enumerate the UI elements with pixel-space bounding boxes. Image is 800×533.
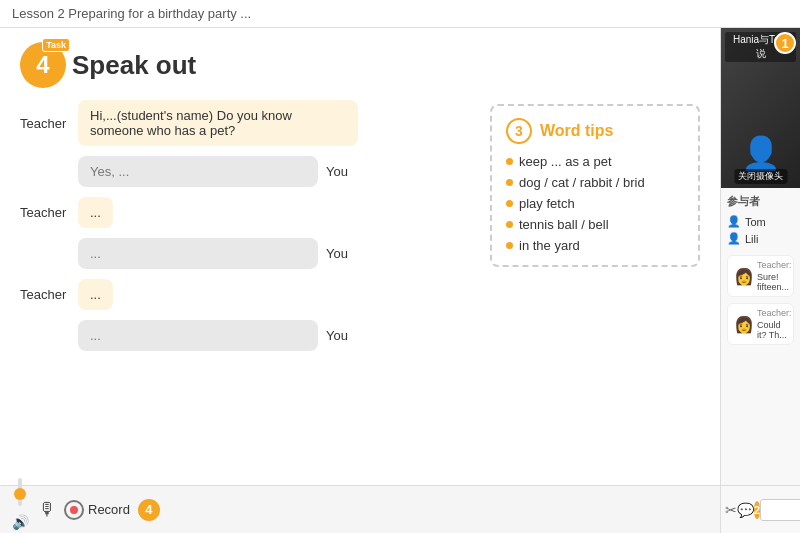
task-number: 4 Task [20,42,66,88]
speaker-teacher-2: Teacher [20,205,70,220]
dialogue-area: Teacher Hi,...(student's name) Do you kn… [0,96,720,485]
participant-name-lili: Lili [745,233,758,245]
teacher-avatar-1: 👩 [734,267,754,286]
you-label-1: You [326,164,348,179]
sidebar-bottom-bar: ✂ 💬 2 [721,485,800,533]
chat-section: 👩 Teacher: Sure! fifteen... 👩 Teacher: C… [721,251,800,485]
dot-icon [506,242,513,249]
video-number-badge: 1 [774,32,796,54]
dialogue-column: Teacher Hi,...(student's name) Do you kn… [20,100,474,481]
chat-input[interactable] [760,499,800,521]
you-bubble-3: ... [78,320,318,351]
chat-sender-1: Teacher: [757,260,792,270]
task-title: Speak out [72,50,196,81]
teacher-bubble-2: ... [78,197,113,228]
video-panel: 👤 Hania与Tom说 1 关闭摄像头 [721,28,800,188]
video-person: 👤 [741,134,781,172]
sidebar: 👤 Hania与Tom说 1 关闭摄像头 参与者 👤 Tom 👤 Lili [720,28,800,533]
task-header: 4 Task Speak out [0,28,720,96]
participant-icon: 👤 [727,215,741,228]
word-tips-header: 3 Word tips [506,118,684,144]
participants-section: 参与者 👤 Tom 👤 Lili [721,188,800,251]
volume-icon[interactable]: 🔊 [12,514,29,530]
word-tip-item: in the yard [506,238,684,253]
word-tip-item: play fetch [506,196,684,211]
dot-icon [506,200,513,207]
bottom-bar: 🔊 🎙 Record 4 [0,485,720,533]
word-tips-badge: 3 [506,118,532,144]
record-circle-icon [64,500,84,520]
microphone-icon[interactable]: 🎙 [38,499,56,520]
word-tips-box: 3 Word tips keep ... as a pet dog / cat … [490,104,700,267]
word-tips-title: Word tips [540,122,613,140]
you-row-3: ... You [20,320,474,351]
you-label-2: You [326,246,348,261]
chat-text-2: Could it? Th... [757,320,792,340]
record-button[interactable]: Record [64,500,130,520]
bottom-badge: 4 [138,499,160,521]
you-row-2: ... You [20,238,474,269]
dot-icon [506,158,513,165]
teacher-avatar-2: 👩 [734,315,754,334]
close-camera-button[interactable]: 关闭摄像头 [734,169,787,184]
participants-title: 参与者 [727,194,794,209]
word-tip-item: tennis ball / bell [506,217,684,232]
participant-item: 👤 Tom [727,213,794,230]
you-bubble-1: Yes, ... [78,156,318,187]
chat-text-1: Sure! fifteen... [757,272,792,292]
chat-icon[interactable]: 💬 [737,502,754,518]
you-bubble-2: ... [78,238,318,269]
record-dot-icon [70,506,78,514]
chat-sender-2: Teacher: [757,308,792,318]
volume-track [18,478,22,506]
you-label-3: You [326,328,348,343]
scissors-icon[interactable]: ✂ [725,502,737,518]
content-panel: 4 Task Speak out Teacher Hi,...(student'… [0,28,720,533]
participant-icon: 👤 [727,232,741,245]
teacher-bubble-3: ... [78,279,113,310]
participant-name-tom: Tom [745,216,766,228]
speaker-teacher-3: Teacher [20,287,70,302]
volume-control: 🔊 [10,486,30,534]
task-badge: Task [42,38,70,52]
dot-icon [506,179,513,186]
volume-thumb[interactable] [14,488,26,500]
word-tip-item: dog / cat / rabbit / brid [506,175,684,190]
main-area: 4 Task Speak out Teacher Hi,...(student'… [0,28,800,533]
lesson-title: Lesson 2 Preparing for a birthday party … [12,6,251,21]
word-tips-list: keep ... as a pet dog / cat / rabbit / b… [506,154,684,253]
teacher-row-2: Teacher ... [20,197,474,228]
participant-item: 👤 Lili [727,230,794,247]
title-bar: Lesson 2 Preparing for a birthday party … [0,0,800,28]
teacher-bubble-1: Hi,...(student's name) Do you know someo… [78,100,358,146]
dot-icon [506,221,513,228]
speaker-teacher-1: Teacher [20,116,70,131]
chat-bubble-1: 👩 Teacher: Sure! fifteen... [727,255,794,297]
you-row-1: Yes, ... You [20,156,474,187]
chat-bubble-2: 👩 Teacher: Could it? Th... [727,303,794,345]
word-tip-item: keep ... as a pet [506,154,684,169]
teacher-row-1: Teacher Hi,...(student's name) Do you kn… [20,100,474,146]
teacher-row-3: Teacher ... [20,279,474,310]
